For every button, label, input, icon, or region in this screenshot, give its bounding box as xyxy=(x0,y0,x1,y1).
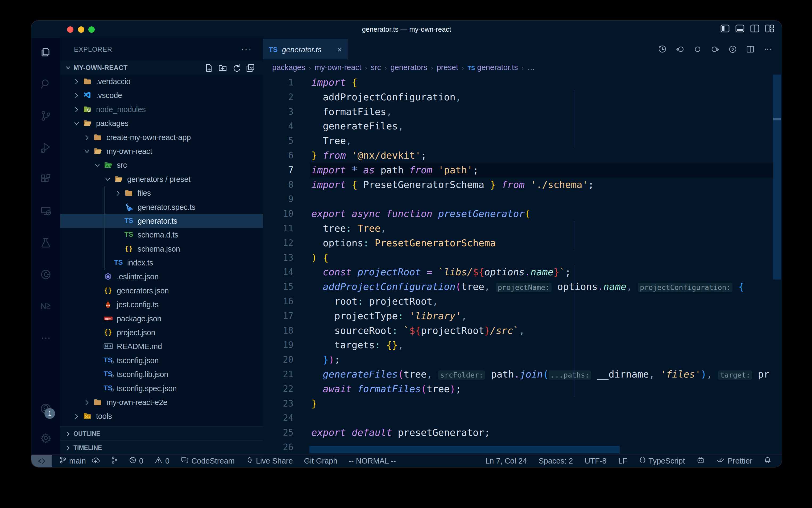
split-editor-icon[interactable] xyxy=(746,45,755,54)
tree-item-generators-preset[interactable]: generators / preset xyxy=(60,172,263,186)
new-folder-icon[interactable] xyxy=(218,64,227,74)
testing-icon[interactable] xyxy=(39,237,52,249)
tree-item-src[interactable]: </>src xyxy=(60,158,263,172)
explorer-icon[interactable] xyxy=(39,46,52,58)
status-prettier[interactable]: Prettier xyxy=(716,457,752,465)
more-tools-icon[interactable] xyxy=(39,332,52,344)
breadcrumb[interactable]: packages›my-own-react›src›generators›pre… xyxy=(272,59,535,75)
tree-item-tsconfig.json[interactable]: TS⚙tsconfig.json xyxy=(60,353,263,368)
indent-guide xyxy=(574,221,574,251)
tree-item-.eslintrc.json[interactable]: .eslintrc.json xyxy=(60,270,263,284)
status-ln-7-col-24[interactable]: Ln 7, Col 24 xyxy=(485,457,527,465)
source-control-icon[interactable] xyxy=(39,110,52,122)
status-robot-icon[interactable] xyxy=(697,456,705,466)
timeline-panel-header[interactable]: TIMELINE xyxy=(60,440,263,455)
status-0[interactable]: 0 xyxy=(154,456,170,466)
tree-item-packages[interactable]: packages xyxy=(60,116,263,130)
search-icon[interactable] xyxy=(39,78,52,90)
new-file-icon[interactable] xyxy=(204,64,213,74)
line-number: 5 xyxy=(263,134,293,148)
tree-item-schema.json[interactable]: { }schema.json xyxy=(60,242,263,256)
run-debug-icon[interactable] xyxy=(39,141,52,154)
breadcrumb-item[interactable]: packages xyxy=(272,63,305,72)
tree-item-generator.ts[interactable]: TSgenerator.ts xyxy=(60,214,263,228)
panel-right-icon[interactable] xyxy=(750,25,759,33)
breadcrumb-item[interactable]: generators xyxy=(390,63,427,72)
tree-item-.verdaccio[interactable]: .verdaccio xyxy=(60,75,263,88)
tree-item-label: tsconfig.json xyxy=(117,353,158,368)
panel-left-icon[interactable] xyxy=(720,25,729,33)
panel-bottom-icon[interactable] xyxy=(735,25,745,33)
tree-item-project.json[interactable]: { }project.json xyxy=(60,326,263,339)
scrollbar-cursor-marker xyxy=(773,118,781,120)
remote-explorer-icon[interactable] xyxy=(39,205,52,217)
tree-item-.vscode[interactable]: .vscode xyxy=(60,88,263,102)
status-cloud-upload-icon[interactable] xyxy=(91,457,100,465)
refresh-icon[interactable] xyxy=(232,64,241,74)
run-timer-icon[interactable] xyxy=(728,45,737,54)
chevron-down-icon xyxy=(104,176,111,184)
tree-item-my-own-react-e2e[interactable]: my-own-react-e2e xyxy=(60,395,263,409)
tab-close-icon[interactable]: × xyxy=(337,39,342,60)
tree-item-package.json[interactable]: npmpackage.json xyxy=(60,312,263,326)
sidebar-more-actions-icon[interactable]: ··· xyxy=(241,38,252,61)
status-label: 0 xyxy=(165,457,170,465)
history-icon[interactable] xyxy=(658,45,667,54)
nav-back-icon[interactable] xyxy=(676,45,684,54)
extensions-icon[interactable] xyxy=(39,173,52,185)
tree-item-jest.config.ts[interactable]: jest.config.ts xyxy=(60,298,263,311)
chevron-right-icon xyxy=(84,134,90,142)
inlay-hint: srcFolder: xyxy=(438,370,485,380)
account-icon[interactable]: 1 xyxy=(39,402,52,415)
tree-section-header[interactable]: MY-OWN-REACT xyxy=(60,61,263,75)
svg-text:npm: npm xyxy=(105,317,111,320)
tree-item-create-my-own-react-app[interactable]: create-my-own-react-app xyxy=(60,130,263,144)
ellipsis-icon[interactable] xyxy=(764,45,772,54)
vertical-scrollbar[interactable] xyxy=(773,75,781,280)
tree-item-generator.spec.ts[interactable]: TSgenerator.spec.ts xyxy=(60,200,263,214)
tree-item-index.ts[interactable]: TSindex.ts xyxy=(60,256,263,270)
status-spaces-2[interactable]: Spaces: 2 xyxy=(539,457,573,465)
breadcrumb-item[interactable]: preset xyxy=(437,63,458,72)
code-content[interactable]: 1import {2 addProjectConfiguration,3 for… xyxy=(263,75,782,455)
tree-item-files[interactable]: files xyxy=(60,186,263,200)
settings-gear-icon[interactable] xyxy=(39,432,52,444)
breadcrumb-file[interactable]: generator.ts xyxy=(477,63,518,72)
tree-item-tsconfig.lib.json[interactable]: TS⚙tsconfig.lib.json xyxy=(60,368,263,381)
live-share-icon xyxy=(246,456,253,466)
tree-item-tsconfig.spec.json[interactable]: TS⚙tsconfig.spec.json xyxy=(60,382,263,395)
status-bell-icon[interactable] xyxy=(764,456,771,466)
outline-panel-header[interactable]: OUTLINE xyxy=(60,426,263,440)
status-live-share[interactable]: Live Share xyxy=(246,456,293,466)
tree-item-generators.json[interactable]: { }generators.json xyxy=(60,284,263,298)
breadcrumb-item[interactable]: src xyxy=(371,63,381,72)
tree-item-node-modules[interactable]: JSnode_modules xyxy=(60,102,263,116)
json-file-icon: { } xyxy=(103,286,112,295)
nav-forward-icon[interactable] xyxy=(711,45,719,54)
collapse-all-icon[interactable] xyxy=(246,64,255,74)
status-pipeline-icon[interactable] xyxy=(111,456,118,466)
status--normal-[interactable]: -- NORMAL -- xyxy=(348,457,396,465)
remote-indicator[interactable] xyxy=(32,455,52,467)
horizontal-scrollbar[interactable] xyxy=(309,446,620,454)
status-typescript[interactable]: TypeScript xyxy=(639,456,685,466)
status-main[interactable]: main xyxy=(59,456,86,466)
nav-circle-icon[interactable] xyxy=(694,45,702,54)
line-number: 13 xyxy=(263,251,293,265)
status-codestream[interactable]: CodeStream xyxy=(181,456,235,466)
status-lf[interactable]: LF xyxy=(618,457,627,465)
codestream-icon[interactable] xyxy=(39,268,52,281)
status-0[interactable]: 0 xyxy=(129,456,143,466)
code-line-21: 21 generateFiles(tree, srcFolder: path.j… xyxy=(263,367,782,382)
nx-console-icon[interactable] xyxy=(39,300,52,312)
tree-item-tools[interactable]: tools xyxy=(60,409,263,423)
status-utf-8[interactable]: UTF-8 xyxy=(585,457,607,465)
tree-item-schema.d.ts[interactable]: TSschema.d.ts xyxy=(60,228,263,242)
tree-item-readme.md[interactable]: README.md xyxy=(60,339,263,353)
status-git-graph[interactable]: Git Graph xyxy=(304,457,338,465)
layout-grid-icon[interactable] xyxy=(765,25,774,33)
breadcrumb-item[interactable]: my-own-react xyxy=(315,63,361,72)
inlay-hint: ...paths: xyxy=(548,370,591,380)
tab-generator-ts[interactable]: TS generator.ts × xyxy=(263,39,348,59)
tree-item-my-own-react[interactable]: my-own-react xyxy=(60,144,263,158)
